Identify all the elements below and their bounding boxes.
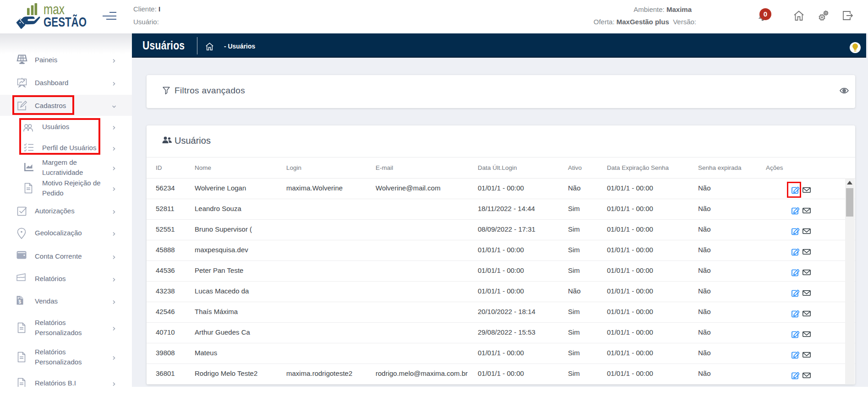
svg-text:$: $ [18, 299, 21, 304]
svg-text:GESTÃO: GESTÃO [44, 14, 87, 29]
